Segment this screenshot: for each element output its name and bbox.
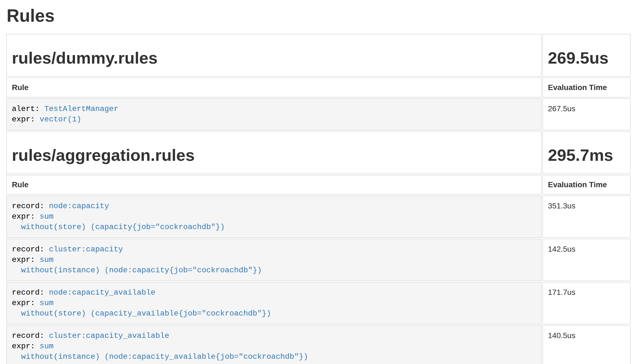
rule-code-keyword: expr:	[12, 212, 40, 221]
rule-expression-link[interactable]: vector(1)	[40, 115, 81, 124]
page-title: Rules	[7, 6, 631, 25]
rule-code-line: record: cluster:capacity	[12, 244, 536, 255]
rule-group-eval-total: 269.5us	[548, 49, 625, 67]
rule-code-keyword: record:	[12, 245, 49, 254]
rule-definition-cell: record: node:capacity_availableexpr: sum…	[6, 282, 542, 324]
rule-code-line: record: cluster:capacity_available	[12, 331, 536, 341]
rule-group-name: rules/dummy.rules	[12, 49, 536, 67]
rule-code: record: cluster:capacity_availableexpr: …	[12, 331, 536, 362]
rule-definition-cell: record: cluster:capacity_availableexpr: …	[6, 325, 542, 364]
rule-expression-link[interactable]: sum	[40, 212, 53, 221]
rule-code-keyword: expr:	[12, 342, 40, 351]
column-header-time: Evaluation Time	[542, 175, 631, 195]
rule-row: record: cluster:capacityexpr: sum withou…	[6, 239, 631, 281]
rule-code-line: record: node:capacity_available	[12, 287, 536, 298]
rule-definition-cell: alert: TestAlertManagerexpr: vector(1)	[6, 98, 542, 130]
rule-code-line: expr: sum	[12, 255, 536, 265]
rule-code-keyword: expr:	[12, 115, 40, 124]
column-header-rule: Rule	[6, 78, 542, 97]
rule-code-line: without(instance) (node:capacity{job="co…	[12, 265, 536, 276]
rule-group-eval-total-cell: 295.7ms	[542, 131, 631, 174]
rule-expression-link[interactable]: without(instance) (node:capacity_availab…	[12, 352, 308, 361]
rule-code-keyword: expr:	[12, 299, 40, 307]
rule-definition-cell: record: node:capacityexpr: sum without(s…	[6, 195, 542, 238]
rule-group-name: rules/aggregation.rules	[12, 146, 536, 164]
rule-expression-link[interactable]: node:capacity	[49, 202, 109, 210]
rule-code-line: expr: sum	[12, 211, 536, 222]
rule-group-name-cell: rules/aggregation.rules	[6, 131, 542, 174]
rule-expression-link[interactable]: sum	[40, 299, 53, 307]
rule-expression-link[interactable]: without(instance) (node:capacity{job="co…	[12, 266, 262, 275]
rule-code-line: record: node:capacity	[12, 201, 536, 211]
rule-code-line: without(instance) (node:capacity_availab…	[12, 352, 536, 362]
rule-code-line: without(store) (capacity{job="cockroachd…	[12, 222, 536, 232]
rules-page: Rules rules/dummy.rules 269.5us Rule Eva…	[0, 6, 638, 364]
rule-row: alert: TestAlertManagerexpr: vector(1) 2…	[6, 98, 631, 130]
rule-code-keyword: alert:	[12, 105, 44, 113]
rule-expression-link[interactable]: node:capacity_available	[49, 288, 155, 297]
rule-eval-time-cell: 267.5us	[542, 98, 631, 130]
rule-expression-link[interactable]: cluster:capacity_available	[49, 332, 169, 340]
column-header-row: Rule Evaluation Time	[6, 175, 631, 195]
column-header-time: Evaluation Time	[542, 78, 631, 97]
rule-expression-link[interactable]: cluster:capacity	[49, 245, 123, 254]
rule-code: record: node:capacity_availableexpr: sum…	[12, 287, 536, 319]
column-header-row: Rule Evaluation Time	[6, 78, 631, 97]
rule-eval-time-cell: 140.5us	[542, 325, 631, 364]
rule-code: alert: TestAlertManagerexpr: vector(1)	[12, 104, 536, 125]
rule-row: record: node:capacityexpr: sum without(s…	[6, 195, 631, 238]
rule-code-keyword: record:	[12, 332, 49, 340]
rule-group-header-row: rules/dummy.rules 269.5us	[6, 34, 631, 77]
column-header-rule: Rule	[6, 175, 542, 195]
rule-expression-link[interactable]: without(store) (capacity{job="cockroachd…	[12, 223, 225, 231]
rule-eval-time-cell: 142.5us	[542, 239, 631, 281]
rule-expression-link[interactable]: without(store) (capacity_available{job="…	[12, 309, 271, 318]
rule-group-eval-total-cell: 269.5us	[542, 34, 631, 77]
rule-group-header-row: rules/aggregation.rules 295.7ms	[6, 131, 631, 174]
rule-code-keyword: record:	[12, 202, 49, 210]
rule-expression-link[interactable]: TestAlertManager	[44, 105, 118, 113]
rule-code-keyword: expr:	[12, 256, 40, 264]
rule-expression-link[interactable]: sum	[40, 342, 53, 351]
rule-group-eval-total: 295.7ms	[548, 146, 625, 164]
rule-code-line: without(store) (capacity_available{job="…	[12, 308, 536, 319]
rule-eval-time-cell: 171.7us	[542, 282, 631, 324]
rule-code-line: expr: vector(1)	[12, 114, 536, 125]
rule-expression-link[interactable]: sum	[40, 256, 53, 264]
rule-group-name-cell: rules/dummy.rules	[6, 34, 542, 77]
rule-code-keyword: record:	[12, 288, 49, 297]
rule-code-line: expr: sum	[12, 341, 536, 352]
rule-definition-cell: record: cluster:capacityexpr: sum withou…	[6, 239, 542, 281]
rule-code: record: cluster:capacityexpr: sum withou…	[12, 244, 536, 276]
rule-code-line: expr: sum	[12, 298, 536, 308]
rule-eval-time-cell: 351.3us	[542, 195, 631, 238]
rule-row: record: cluster:capacity_availableexpr: …	[6, 325, 631, 364]
rule-code-line: alert: TestAlertManager	[12, 104, 536, 114]
rule-row: record: node:capacity_availableexpr: sum…	[6, 282, 631, 324]
rules-table: rules/dummy.rules 269.5us Rule Evaluatio…	[6, 33, 631, 364]
rule-code: record: node:capacityexpr: sum without(s…	[12, 201, 536, 232]
